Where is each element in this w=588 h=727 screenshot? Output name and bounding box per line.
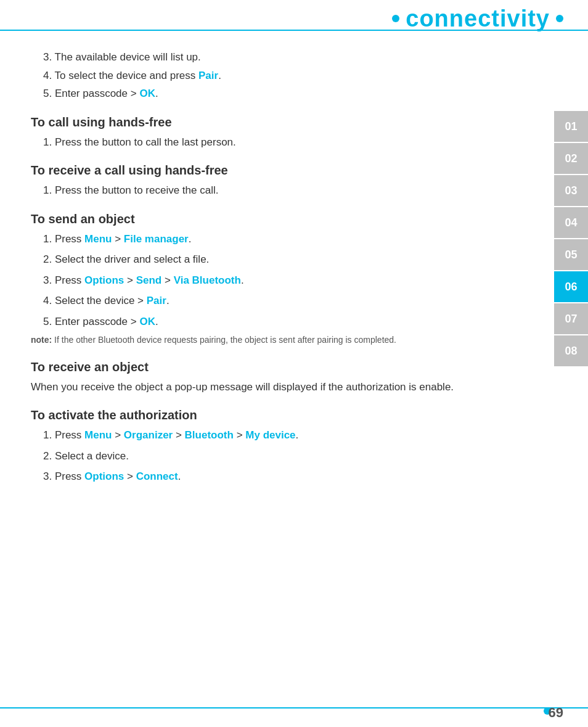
header-title-group: connectivity	[392, 6, 563, 32]
sidebar-item-06[interactable]: 06	[554, 271, 588, 302]
side-nav: 01 02 03 04 05 06 07 08	[554, 111, 588, 366]
intro-list-item-4: 4. To select the device and press Pair.	[31, 68, 539, 84]
sidebar-item-02[interactable]: 02	[554, 143, 588, 174]
pair-highlight-2: Pair	[147, 295, 166, 306]
send-item-4: 4. Select the device > Pair.	[31, 293, 539, 309]
section-heading-activate: To activate the authorization	[31, 408, 539, 422]
sidebar-item-01[interactable]: 01	[554, 111, 588, 142]
pair-highlight-1: Pair	[198, 70, 218, 81]
page-number: 69	[549, 705, 563, 721]
send-item-3: 3. Press Options > Send > Via Bluetooth.	[31, 273, 539, 289]
bottom-bar	[0, 707, 588, 709]
activate-item-1: 1. Press Menu > Organizer > Bluetooth > …	[31, 427, 539, 443]
sidebar-item-08[interactable]: 08	[554, 335, 588, 366]
intro-list-item-3: 3. The available device will list up.	[31, 49, 539, 65]
intro-item-4-text: 4. To select the device and press Pair.	[31, 70, 221, 81]
page-title: connectivity	[406, 6, 550, 32]
send-highlight: Send	[136, 274, 162, 286]
intro-item-3-text: 3. The available device will list up.	[31, 51, 201, 63]
my-device-highlight: My device	[245, 429, 295, 441]
via-bluetooth-highlight: Via Bluetooth	[174, 274, 241, 286]
section-heading-send: To send an object	[31, 212, 539, 226]
ok-highlight-1: OK	[139, 88, 155, 99]
main-content: 3. The available device will list up. 4.…	[31, 40, 539, 696]
activate-item-3: 3. Press Options > Connect.	[31, 469, 539, 485]
file-manager-highlight: File manager	[124, 233, 189, 245]
options-highlight-2: Options	[84, 470, 124, 482]
menu-highlight-2: Menu	[84, 429, 112, 441]
options-highlight-1: Options	[84, 274, 124, 286]
intro-item-5-text: 5. Enter passcode > OK.	[31, 88, 158, 99]
sidebar-item-03[interactable]: 03	[554, 175, 588, 206]
header-dot-right	[556, 15, 563, 22]
header-dot-left	[392, 15, 399, 22]
section-heading-receive-object: To receive an object	[31, 360, 539, 374]
call-item-1: 1. Press the button to call the last per…	[31, 134, 539, 150]
header: connectivity	[0, 0, 588, 37]
menu-highlight-1: Menu	[84, 233, 112, 245]
send-item-1: 1. Press Menu > File manager.	[31, 231, 539, 247]
activate-item-2: 2. Select a device.	[31, 448, 539, 464]
connect-highlight: Connect	[136, 470, 178, 482]
send-item-5: 5. Enter passcode > OK.	[31, 314, 539, 330]
section-heading-receive-call: To receive a call using hands-free	[31, 163, 539, 178]
note-label: note:	[31, 335, 52, 345]
ok-highlight-2: OK	[139, 316, 155, 327]
receive-call-item-1: 1. Press the button to receive the call.	[31, 183, 539, 199]
receive-object-body: When you receive the object a pop-up mes…	[31, 379, 539, 395]
sidebar-item-04[interactable]: 04	[554, 207, 588, 238]
sidebar-item-05[interactable]: 05	[554, 239, 588, 270]
bluetooth-highlight: Bluetooth	[185, 429, 234, 441]
send-item-2: 2. Select the driver and select a file.	[31, 252, 539, 268]
intro-list-item-5: 5. Enter passcode > OK.	[31, 86, 539, 102]
organizer-highlight: Organizer	[124, 429, 173, 441]
section-heading-call: To call using hands-free	[31, 115, 539, 129]
sidebar-item-07[interactable]: 07	[554, 303, 588, 334]
note-text: note: If the other Bluetooth device requ…	[31, 334, 539, 347]
header-line	[0, 30, 588, 31]
